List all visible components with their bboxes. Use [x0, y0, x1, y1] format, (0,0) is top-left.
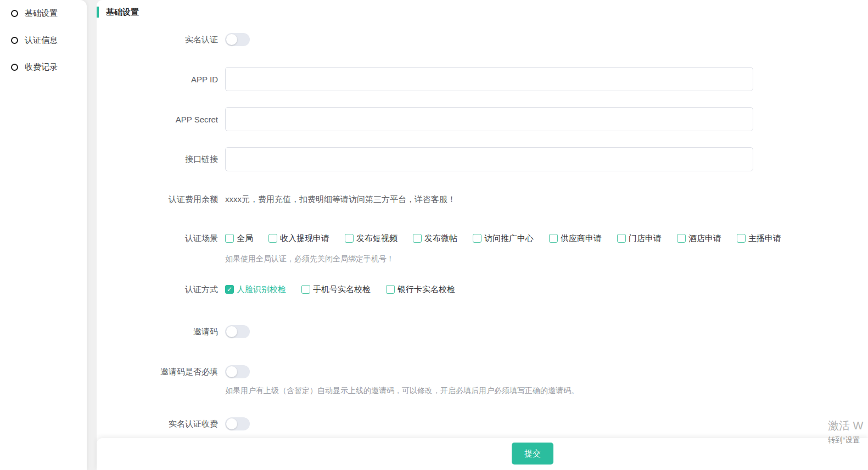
invite-required-row: 邀请码是否必填 [97, 365, 868, 378]
auth-scene-row: 认证场景 全局 收入提现申请 发布短视频 发布微帖 访问推广中心 [97, 233, 868, 244]
radio-circle-icon [11, 37, 18, 44]
api-url-input[interactable] [225, 147, 753, 171]
scene-checkbox-store[interactable]: 门店申请 [617, 233, 662, 244]
title-accent-bar [97, 7, 99, 18]
invite-code-label: 邀请码 [97, 327, 218, 337]
checkbox-icon [413, 234, 422, 243]
checkbox-icon [225, 234, 234, 243]
toggle-knob [226, 326, 237, 337]
sidebar-item-label: 收费记录 [25, 62, 58, 72]
sidebar-item-fee-records[interactable]: 收费记录 [11, 61, 87, 72]
checkbox-icon [386, 285, 395, 294]
realname-fee-row: 实名认证收费 [97, 417, 868, 430]
app-secret-row: APP Secret [97, 107, 868, 131]
sidebar-item-auth-info[interactable]: 认证信息 [11, 35, 87, 46]
realname-auth-toggle[interactable] [225, 33, 250, 46]
method-checkbox-face-recognition[interactable]: 人脸识别校检 [225, 284, 286, 295]
realname-fee-label: 实名认证收费 [97, 419, 218, 429]
main-content: 基础设置 实名认证 APP ID APP Secret 接口链接 认证费用余额 [97, 0, 868, 470]
method-checkbox-phone-realname[interactable]: 手机号实名校检 [301, 284, 371, 295]
invite-required-toggle[interactable] [225, 365, 250, 378]
checkbox-icon [301, 285, 310, 294]
submit-button[interactable]: 提交 [512, 443, 553, 465]
balance-label: 认证费用余额 [97, 194, 218, 205]
invite-code-row: 邀请码 [97, 325, 868, 338]
balance-row: 认证费用余额 xxxx元，费用充值，扣费明细等请访问第三方平台，详咨客服！ [97, 195, 868, 204]
checkbox-icon [268, 234, 277, 243]
invite-required-label: 邀请码是否必填 [97, 367, 218, 377]
checkbox-icon [473, 234, 481, 243]
balance-value: xxxx元，费用充值，扣费明细等请访问第三方平台，详咨客服！ [225, 194, 456, 205]
scene-checkbox-supplier[interactable]: 供应商申请 [549, 233, 602, 244]
app-id-row: APP ID [97, 67, 868, 91]
realname-auth-row: 实名认证 [97, 33, 868, 46]
toggle-knob [226, 366, 237, 377]
checkbox-icon [737, 234, 746, 243]
auth-scene-label: 认证场景 [97, 233, 218, 244]
method-checkbox-bankcard-realname[interactable]: 银行卡实名校检 [386, 284, 455, 295]
scene-checkbox-hotel[interactable]: 酒店申请 [677, 233, 721, 244]
app-id-label: APP ID [97, 75, 218, 84]
api-url-label: 接口链接 [97, 154, 218, 165]
page-title: 基础设置 [97, 0, 868, 18]
app-secret-label: APP Secret [97, 115, 218, 124]
invite-required-helper: 如果用户有上级（含暂定）自动显示上线的邀请码，可以修改，开启必填后用户必须填写正… [225, 386, 868, 395]
footer-bar: 提交 [97, 438, 868, 470]
page-title-text: 基础设置 [106, 7, 139, 18]
auth-method-row: 认证方式 人脸识别校检 手机号实名校检 银行卡实名校检 [97, 284, 868, 295]
invite-code-toggle[interactable] [225, 325, 250, 338]
radio-circle-icon [11, 64, 18, 71]
checkbox-icon [677, 234, 686, 243]
auth-scene-helper: 如果使用全局认证，必须先关闭全局绑定手机号！ [225, 254, 868, 263]
scene-checkbox-promo-center[interactable]: 访问推广中心 [473, 233, 534, 244]
api-url-row: 接口链接 [97, 147, 868, 171]
toggle-knob [226, 34, 237, 45]
realname-auth-label: 实名认证 [97, 35, 218, 45]
checkbox-icon [617, 234, 626, 243]
realname-fee-toggle[interactable] [225, 417, 250, 430]
scene-checkbox-short-video[interactable]: 发布短视频 [345, 233, 397, 244]
scene-checkbox-withdraw[interactable]: 收入提现申请 [268, 233, 329, 244]
scene-checkbox-anchor[interactable]: 主播申请 [737, 233, 781, 244]
sidebar: 基础设置 认证信息 收费记录 [0, 0, 87, 470]
checkbox-icon [549, 234, 558, 243]
sidebar-item-label: 基础设置 [25, 8, 58, 19]
sidebar-item-label: 认证信息 [25, 35, 58, 46]
toggle-knob [226, 418, 237, 429]
scene-checkbox-micro-post[interactable]: 发布微帖 [413, 233, 457, 244]
checkbox-checked-icon [225, 285, 234, 294]
sidebar-item-basic-settings[interactable]: 基础设置 [11, 8, 87, 19]
app-secret-input[interactable] [225, 107, 753, 131]
checkbox-icon [345, 234, 354, 243]
auth-method-label: 认证方式 [97, 284, 218, 295]
scene-checkbox-global[interactable]: 全局 [225, 233, 253, 244]
app-id-input[interactable] [225, 67, 753, 91]
radio-circle-icon [11, 10, 18, 17]
